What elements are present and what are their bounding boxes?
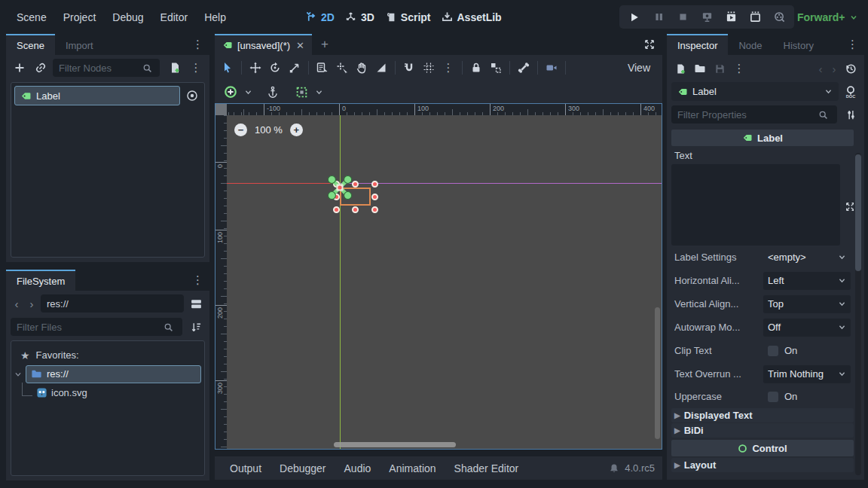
vertical-alignment-dropdown[interactable]: Top <box>763 295 851 313</box>
section-layout[interactable]: ▶ Layout <box>671 458 854 472</box>
history-back-icon[interactable]: ‹ <box>815 63 827 75</box>
position-preset-icon[interactable] <box>221 82 240 102</box>
filter-files-input[interactable] <box>11 318 182 336</box>
remote-debug-icon[interactable] <box>696 8 717 27</box>
ruler-tool-icon[interactable] <box>371 58 391 78</box>
property-filter-options-icon[interactable] <box>842 105 860 124</box>
vertical-scrollbar[interactable] <box>655 115 660 449</box>
snap-options-icon[interactable]: ⋮ <box>439 58 458 78</box>
resource-options-icon[interactable]: ⋮ <box>730 59 748 78</box>
node-selector[interactable]: Label <box>671 82 839 101</box>
camera-override-icon[interactable] <box>542 58 561 78</box>
tab-2d[interactable]: 2D <box>305 11 335 23</box>
movie-maker-icon[interactable] <box>769 8 790 27</box>
filesystem-dock-menu-icon[interactable]: ⋮ <box>186 270 209 291</box>
container-sizing-icon[interactable] <box>292 82 311 102</box>
label-settings-value[interactable]: <empty> <box>763 252 851 263</box>
list-select-icon[interactable] <box>313 58 332 78</box>
menu-scene[interactable]: Scene <box>9 8 54 27</box>
res-root-item[interactable]: res:// <box>26 365 201 383</box>
save-resource-icon[interactable] <box>711 59 729 78</box>
new-resource-icon[interactable] <box>671 59 689 78</box>
sort-files-icon[interactable] <box>187 318 205 336</box>
pivot-tool-icon[interactable] <box>332 58 352 78</box>
zoom-in-button[interactable]: + <box>290 124 303 136</box>
expand-viewport-icon[interactable] <box>637 34 662 55</box>
scene-tree-menu-icon[interactable]: ⋮ <box>187 59 205 77</box>
path-field[interactable] <box>41 294 184 313</box>
close-icon[interactable]: ✕ <box>295 40 304 51</box>
play-scene-button[interactable] <box>720 8 741 27</box>
clip-text-checkbox[interactable] <box>768 346 778 356</box>
scale-tool-icon[interactable] <box>285 58 304 78</box>
collapse-chevron-icon[interactable] <box>14 371 22 378</box>
menu-project[interactable]: Project <box>56 8 104 27</box>
add-node-button[interactable] <box>11 59 29 77</box>
filter-properties-input[interactable] <box>671 105 837 124</box>
resize-handle[interactable] <box>371 206 378 213</box>
expand-text-icon[interactable] <box>845 202 854 214</box>
menu-editor[interactable]: Editor <box>153 8 196 27</box>
uppercase-checkbox[interactable] <box>768 392 778 402</box>
renderer-selector[interactable]: Forward+ <box>797 0 858 34</box>
skeleton-bone-icon[interactable] <box>514 58 533 78</box>
view-menu-button[interactable]: View <box>619 62 659 74</box>
section-bidi[interactable]: ▶ BiDi <box>671 423 854 438</box>
category-label[interactable]: Label <box>671 130 854 146</box>
load-resource-icon[interactable] <box>691 59 709 78</box>
menu-help[interactable]: Help <box>197 8 234 27</box>
resize-handle[interactable] <box>371 181 378 188</box>
bottom-tab-debugger[interactable]: Debugger <box>272 459 334 477</box>
grid-snap-icon[interactable] <box>419 58 439 78</box>
horizontal-scrollbar[interactable] <box>227 442 662 447</box>
tab-inspector[interactable]: Inspector <box>667 34 728 55</box>
play-button[interactable] <box>624 8 645 27</box>
category-control[interactable]: Control <box>671 440 854 456</box>
resize-handle[interactable] <box>371 194 378 200</box>
group-icon[interactable] <box>486 58 506 78</box>
tab-script[interactable]: Script <box>385 11 431 23</box>
history-forward-icon[interactable]: › <box>828 63 840 75</box>
section-displayed-text[interactable]: ▶ Displayed Text <box>671 408 854 422</box>
tab-assetlib[interactable]: AssetLib <box>442 11 502 23</box>
tab-3d[interactable]: 3D <box>345 11 374 23</box>
tab-history[interactable]: History <box>773 34 824 55</box>
nav-forward-icon[interactable]: › <box>26 297 38 310</box>
lock-icon[interactable] <box>466 58 486 78</box>
menu-debug[interactable]: Debug <box>105 8 151 27</box>
scene-node-label[interactable]: Label <box>14 86 180 105</box>
inspector-dock-menu-icon[interactable]: ⋮ <box>841 34 864 55</box>
autowrap-mode-dropdown[interactable]: Off <box>763 319 851 337</box>
attach-script-button[interactable] <box>166 59 184 77</box>
anchor-mode-icon[interactable] <box>263 82 283 102</box>
select-tool-icon[interactable] <box>218 58 237 78</box>
tab-filesystem[interactable]: FileSystem <box>6 270 75 291</box>
add-scene-tab-button[interactable]: + <box>312 34 338 55</box>
object-history-icon[interactable] <box>842 59 860 78</box>
bottom-tab-animation[interactable]: Animation <box>381 459 443 477</box>
tab-scene[interactable]: Scene <box>6 34 55 55</box>
zoom-out-button[interactable]: − <box>234 124 247 136</box>
bottom-tab-audio[interactable]: Audio <box>337 459 379 477</box>
scene-tab-unsaved[interactable]: [unsaved](*) ✕ <box>215 34 312 55</box>
notification-bell-icon[interactable] <box>609 463 619 474</box>
play-custom-scene-button[interactable] <box>744 8 766 27</box>
move-tool-icon[interactable] <box>246 58 265 78</box>
tab-import[interactable]: Import <box>55 34 104 55</box>
sizing-chevron-icon[interactable] <box>313 82 325 102</box>
tab-node[interactable]: Node <box>728 34 772 55</box>
text-property-textarea[interactable] <box>671 164 840 246</box>
inspector-scrollbar[interactable] <box>855 153 861 475</box>
open-docs-icon[interactable]: DOC <box>842 83 860 101</box>
position-gizmo[interactable] <box>316 163 364 212</box>
pause-button[interactable] <box>648 8 669 27</box>
canvas[interactable]: − 100 % + <box>227 115 662 449</box>
text-overrun-dropdown[interactable]: Trim Nothing <box>763 365 851 383</box>
pan-tool-icon[interactable] <box>352 58 371 78</box>
instance-scene-button[interactable] <box>32 59 50 77</box>
scene-dock-menu-icon[interactable]: ⋮ <box>186 34 209 55</box>
preset-chevron-icon[interactable] <box>242 82 254 102</box>
bottom-tab-output[interactable]: Output <box>222 459 269 477</box>
rotate-tool-icon[interactable] <box>265 58 285 78</box>
file-row[interactable]: icon.svg <box>14 383 201 402</box>
